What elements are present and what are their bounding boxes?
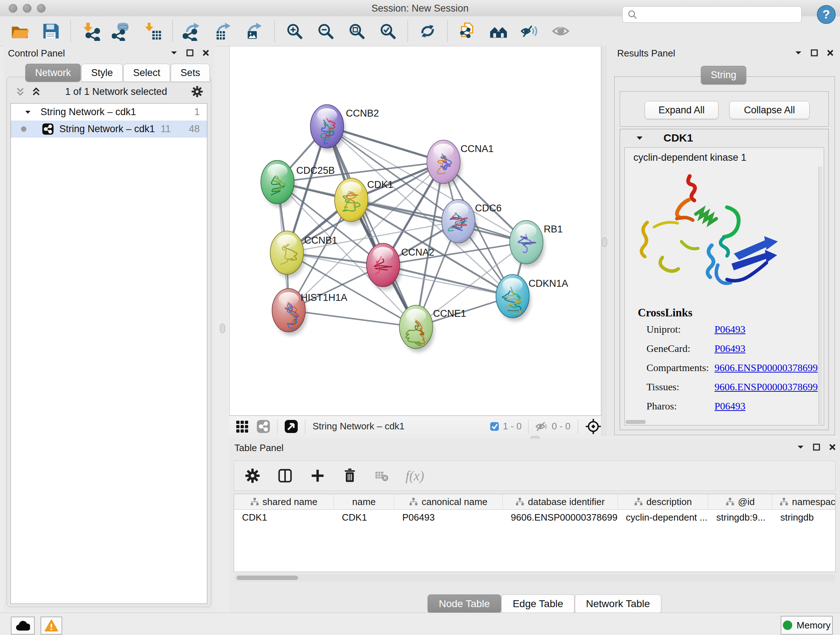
column-header-description[interactable]: description (618, 494, 708, 509)
float-panel-icon[interactable] (186, 49, 194, 57)
collection-label: String Network – cdk1 (41, 106, 136, 118)
column-header-canonical-name[interactable]: canonical name (394, 494, 503, 509)
collapse-panel-icon[interactable] (797, 443, 805, 451)
column-header-@id[interactable]: @id (708, 494, 772, 509)
delete-column-icon[interactable] (342, 467, 358, 484)
tab-sets[interactable]: Sets (171, 64, 210, 82)
network-options-gear-icon[interactable] (191, 85, 204, 98)
tab-edge-table[interactable]: Edge Table (501, 594, 575, 613)
column-header-database-identifier[interactable]: database identifier (503, 494, 618, 509)
string-protein-query-icon[interactable] (488, 21, 508, 41)
results-horizontal-scrollbar[interactable] (625, 420, 646, 424)
zoom-in-icon[interactable] (284, 21, 305, 41)
export-image-icon[interactable] (245, 21, 265, 41)
crosslink-link[interactable]: 9606.ENSP00000378699 (714, 362, 818, 374)
crosslink-link[interactable]: P06493 (714, 324, 745, 335)
save-session-icon[interactable] (41, 21, 61, 41)
network-canvas[interactable]: CCNB2 CCNA1 CDC25B CDK1 CDC6 RB1 CCNB1 C… (229, 46, 601, 416)
export-table-icon[interactable] (213, 21, 234, 41)
expand-all-networks-icon[interactable] (31, 86, 42, 97)
table-row[interactable]: CDK1CDK1P064939606.ENSP00000378699cyclin… (234, 510, 835, 525)
close-panel-icon[interactable] (829, 443, 836, 451)
network-row[interactable]: String Network – cdk1 11 48 (11, 120, 207, 138)
node-table[interactable]: shared namenamecanonical namedatabase id… (234, 494, 836, 572)
collapse-all-networks-icon[interactable] (15, 86, 26, 97)
svg-text:?: ? (823, 7, 830, 21)
hidden-eye-icon[interactable] (535, 421, 548, 432)
memory-button[interactable]: Memory (781, 616, 833, 635)
node-label: CCNB1 (304, 235, 338, 246)
table-cell[interactable]: stringdb (772, 510, 836, 525)
zoom-out-icon[interactable] (316, 21, 336, 41)
results-vertical-scrollbar[interactable] (818, 166, 822, 424)
column-header-name[interactable]: name (334, 494, 394, 509)
tab-network[interactable]: Network (25, 64, 81, 82)
table-cell[interactable]: CDK1 (234, 510, 334, 525)
tab-network-table[interactable]: Network Table (575, 594, 661, 613)
collection-expand-icon[interactable] (25, 109, 31, 116)
scrollbar-thumb[interactable] (237, 576, 298, 580)
table-panel-title: Table Panel (234, 442, 284, 453)
search-input[interactable] (638, 9, 801, 20)
column-header-shared-name[interactable]: shared name (234, 494, 334, 509)
splitter-grip[interactable] (602, 238, 607, 247)
network-node-CDC25B[interactable]: CDC25B (261, 160, 335, 207)
refresh-network-icon[interactable] (417, 21, 438, 41)
close-panel-icon[interactable] (202, 49, 210, 57)
clone-network-icon[interactable] (457, 21, 477, 41)
open-folder-icon[interactable] (9, 21, 30, 41)
crosslink-link[interactable]: P06493 (714, 343, 745, 355)
tab-select[interactable]: Select (123, 64, 170, 82)
tab-style[interactable]: Style (81, 64, 123, 82)
cloud-button[interactable] (11, 616, 35, 635)
zoom-selected-icon[interactable] (378, 21, 398, 41)
network-node-RB1[interactable]: RB1 (510, 220, 563, 268)
import-database-icon[interactable] (111, 21, 132, 41)
float-panel-icon[interactable] (813, 443, 821, 451)
collapse-panel-icon[interactable] (170, 49, 178, 57)
search-box[interactable] (622, 6, 802, 23)
help-button[interactable]: ? (816, 4, 836, 25)
gene-collapse-icon[interactable] (636, 134, 643, 141)
birdseye-view-icon[interactable] (283, 416, 299, 437)
zoom-fit-icon[interactable] (347, 21, 367, 41)
fit-selected-crosshair-icon[interactable] (585, 418, 601, 434)
show-columns-icon[interactable] (277, 467, 294, 484)
network-view-share-icon[interactable] (256, 416, 271, 437)
level-of-detail-icon[interactable] (551, 21, 571, 41)
float-panel-icon[interactable] (810, 49, 818, 57)
expand-all-button[interactable]: Expand All (645, 101, 718, 119)
enrichment-display-icon[interactable] (519, 21, 540, 41)
table-cell[interactable]: cyclin-dependent ... (618, 510, 708, 525)
table-cell[interactable]: stringdb:9... (708, 510, 772, 525)
collapse-panel-icon[interactable] (794, 49, 802, 57)
grid-view-icon[interactable] (234, 416, 250, 437)
column-header-namespace[interactable]: namespace (772, 494, 836, 509)
splitter-grip[interactable] (220, 324, 225, 333)
network-node-CCNB2[interactable]: CCNB2 (310, 105, 379, 152)
export-network-icon[interactable] (182, 21, 202, 41)
table-cell[interactable]: 9606.ENSP00000378699 (503, 510, 618, 525)
network-node-CDKN1A[interactable]: CDKN1A (496, 274, 568, 321)
tab-string[interactable]: String (701, 66, 746, 84)
import-table-icon[interactable] (142, 21, 163, 41)
warning-button[interactable] (41, 616, 62, 635)
close-panel-icon[interactable] (826, 49, 834, 57)
crosslink-link[interactable]: 9606.ENSP00000378699 (714, 381, 818, 393)
table-cell[interactable]: CDK1 (334, 510, 394, 525)
network-collection-row[interactable]: String Network – cdk1 1 (11, 103, 207, 120)
collapse-all-button[interactable]: Collapse All (729, 101, 810, 119)
network-edge[interactable] (289, 310, 416, 327)
table-tabs: Node TableEdge TableNetwork Table (428, 594, 662, 613)
network-node-HIST1H1A[interactable]: HIST1H1A (272, 288, 347, 336)
add-column-icon[interactable] (309, 467, 326, 484)
tab-node-table[interactable]: Node Table (428, 594, 501, 613)
table-cell[interactable]: P06493 (394, 510, 503, 525)
table-settings-gear-icon[interactable] (244, 467, 261, 484)
crosslink-link[interactable]: P06493 (714, 401, 745, 412)
network-node-CCNA1[interactable]: CCNA1 (427, 140, 494, 187)
network-node-CCNE1[interactable]: CCNE1 (399, 305, 466, 352)
table-horizontal-scrollbar[interactable] (234, 574, 836, 581)
selected-checkbox-icon[interactable] (490, 422, 499, 431)
import-network-icon[interactable] (80, 21, 101, 41)
